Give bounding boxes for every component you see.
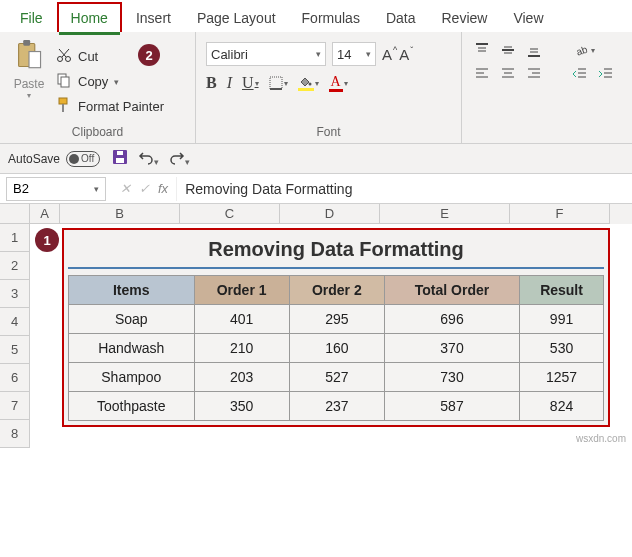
table-cell[interactable]: 1257 <box>520 363 604 392</box>
row-header-8[interactable]: 8 <box>0 420 30 448</box>
menu-review[interactable]: Review <box>430 4 500 32</box>
menu-page-layout[interactable]: Page Layout <box>185 4 288 32</box>
chevron-down-icon: ▾ <box>316 49 321 59</box>
align-top-button[interactable] <box>474 42 490 58</box>
increase-indent-button[interactable] <box>598 66 614 82</box>
table-cell[interactable]: 203 <box>194 363 289 392</box>
ribbon-group-alignment: ab▾ <box>462 32 622 143</box>
font-color-button[interactable]: A▾ <box>329 75 348 92</box>
table-cell[interactable]: 370 <box>384 334 519 363</box>
row-header-7[interactable]: 7 <box>0 392 30 420</box>
table-cell[interactable]: 530 <box>520 334 604 363</box>
cancel-formula-button[interactable]: ✕ <box>120 181 131 196</box>
table-cell[interactable]: Toothpaste <box>69 392 195 421</box>
svg-rect-40 <box>116 158 124 163</box>
table-cell[interactable]: 696 <box>384 305 519 334</box>
chevron-down-icon: ▾ <box>94 184 99 194</box>
menu-home[interactable]: Home <box>57 2 122 32</box>
table-row[interactable]: Soap401295696991 <box>69 305 604 334</box>
orientation-button[interactable]: ab▾ <box>574 42 595 58</box>
menu-file[interactable]: File <box>8 4 55 32</box>
formula-input[interactable]: Removing Data Formatting <box>176 177 632 201</box>
font-size-combo[interactable]: 14 ▾ <box>332 42 376 66</box>
table-title: Removing Data Formatting <box>68 234 604 269</box>
table-cell[interactable]: 730 <box>384 363 519 392</box>
svg-rect-10 <box>62 104 64 112</box>
table-cell[interactable]: 401 <box>194 305 289 334</box>
format-painter-button[interactable]: Format Painter <box>56 97 164 116</box>
col-header-E[interactable]: E <box>380 204 510 224</box>
svg-rect-11 <box>270 77 282 89</box>
align-right-button[interactable] <box>526 66 542 82</box>
paste-button[interactable]: Paste ▾ <box>8 36 50 123</box>
table-cell[interactable]: 527 <box>289 363 384 392</box>
align-bottom-button[interactable] <box>526 42 542 58</box>
svg-point-4 <box>66 57 71 62</box>
italic-button[interactable]: I <box>227 74 232 92</box>
copy-button[interactable]: Copy ▾ <box>56 72 164 91</box>
paintbrush-icon <box>56 97 72 116</box>
table-cell[interactable]: 295 <box>289 305 384 334</box>
table-cell[interactable]: 587 <box>384 392 519 421</box>
row-header-3[interactable]: 3 <box>0 280 30 308</box>
table-row[interactable]: Toothpaste350237587824 <box>69 392 604 421</box>
data-table: Items Order 1 Order 2 Total Order Result… <box>68 275 604 421</box>
ribbon-group-font: Calibri ▾ 14 ▾ A^ Aˇ B I U▾ ▾ ▾ A▾ <box>196 32 462 143</box>
table-cell[interactable]: 350 <box>194 392 289 421</box>
col-header-B[interactable]: B <box>60 204 180 224</box>
decrease-indent-button[interactable] <box>572 66 588 82</box>
table-cell[interactable]: 991 <box>520 305 604 334</box>
align-left-button[interactable] <box>474 66 490 82</box>
menu-view[interactable]: View <box>501 4 555 32</box>
table-cell[interactable]: 160 <box>289 334 384 363</box>
undo-button[interactable]: ▾ <box>138 149 159 168</box>
col-header-C[interactable]: C <box>180 204 280 224</box>
select-all-corner[interactable] <box>0 204 30 224</box>
svg-rect-41 <box>117 151 123 155</box>
autosave-toggle[interactable]: AutoSave Off <box>8 151 100 167</box>
menu-bar: File Home Insert Page Layout Formulas Da… <box>0 0 632 32</box>
copy-label: Copy <box>78 74 108 89</box>
table-cell[interactable]: 237 <box>289 392 384 421</box>
redo-button[interactable]: ▾ <box>169 149 190 168</box>
svg-rect-2 <box>29 52 41 68</box>
table-row[interactable]: Handwash210160370530 <box>69 334 604 363</box>
row-header-2[interactable]: 2 <box>0 252 30 280</box>
svg-point-13 <box>308 83 311 86</box>
align-center-button[interactable] <box>500 66 516 82</box>
row-header-6[interactable]: 6 <box>0 364 30 392</box>
underline-button[interactable]: U▾ <box>242 74 259 92</box>
svg-text:ab: ab <box>575 43 590 57</box>
col-header-F[interactable]: F <box>510 204 610 224</box>
th-order1: Order 1 <box>194 276 289 305</box>
table-cell[interactable]: Shampoo <box>69 363 195 392</box>
font-size-value: 14 <box>337 47 351 62</box>
row-header-1[interactable]: 1 <box>0 224 30 252</box>
row-header-4[interactable]: 4 <box>0 308 30 336</box>
fx-button[interactable]: fx <box>158 181 168 196</box>
name-box[interactable]: B2 ▾ <box>6 177 106 201</box>
menu-insert[interactable]: Insert <box>124 4 183 32</box>
table-cell[interactable]: 824 <box>520 392 604 421</box>
fill-color-button[interactable]: ▾ <box>298 75 319 91</box>
table-cell[interactable]: Soap <box>69 305 195 334</box>
bold-button[interactable]: B <box>206 74 217 92</box>
table-cell[interactable]: 210 <box>194 334 289 363</box>
col-header-A[interactable]: A <box>30 204 60 224</box>
row-header-5[interactable]: 5 <box>0 336 30 364</box>
font-name-combo[interactable]: Calibri ▾ <box>206 42 326 66</box>
borders-button[interactable]: ▾ <box>269 76 288 90</box>
svg-rect-8 <box>61 77 69 87</box>
accept-formula-button[interactable]: ✓ <box>139 181 150 196</box>
spreadsheet-grid[interactable]: A B C D E F 1 2 3 4 5 6 7 8 1 Removing D… <box>0 204 632 448</box>
menu-formulas[interactable]: Formulas <box>290 4 372 32</box>
col-header-D[interactable]: D <box>280 204 380 224</box>
paste-label: Paste <box>14 77 45 91</box>
menu-data[interactable]: Data <box>374 4 428 32</box>
align-middle-button[interactable] <box>500 42 516 58</box>
table-cell[interactable]: Handwash <box>69 334 195 363</box>
save-button[interactable] <box>112 149 128 168</box>
increase-font-button[interactable]: A^ <box>382 46 397 63</box>
table-row[interactable]: Shampoo2035277301257 <box>69 363 604 392</box>
decrease-font-button[interactable]: Aˇ <box>399 46 413 63</box>
